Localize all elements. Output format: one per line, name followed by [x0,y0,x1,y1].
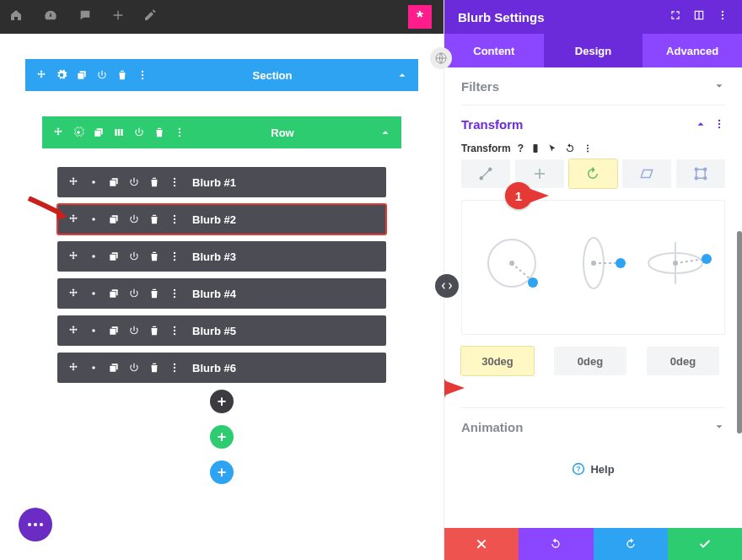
move-icon[interactable] [67,288,79,299]
trash-icon[interactable] [148,325,160,337]
tab-content[interactable]: Content [444,34,544,67]
duplicate-icon[interactable] [108,176,120,188]
trash-icon[interactable] [148,213,160,225]
tab-design[interactable]: Design [544,34,643,67]
columns-icon[interactable] [113,127,125,138]
move-icon[interactable] [35,69,47,81]
scrollbar[interactable] [737,231,742,433]
power-icon[interactable] [128,288,140,299]
comment-icon[interactable] [78,8,93,25]
dots-icon[interactable] [169,288,180,299]
dots-icon[interactable] [169,176,180,188]
add-row-button[interactable]: + [210,425,234,449]
help-glyph[interactable]: ? [518,143,524,154]
gear-icon[interactable] [88,176,99,188]
duplicate-icon[interactable] [76,69,88,81]
collapse-icon[interactable] [396,69,408,81]
pencil-icon[interactable] [143,8,157,25]
gear-icon[interactable] [88,325,99,337]
rotate-y-input[interactable] [554,347,626,375]
dots-icon[interactable] [174,127,186,138]
home-icon[interactable] [8,8,24,25]
power-icon[interactable] [96,69,108,81]
dots-icon[interactable] [713,118,725,130]
move-icon[interactable] [67,213,79,225]
section-toolbar[interactable]: Section [25,59,418,91]
duplicate-icon[interactable] [108,250,120,262]
plus-icon[interactable] [111,8,125,25]
collapse-icon[interactable] [379,127,391,138]
gear-icon[interactable] [56,69,67,81]
trash-icon[interactable] [153,127,165,138]
dots-icon[interactable] [169,213,180,225]
duplicate-icon[interactable] [93,127,105,138]
phone-icon[interactable] [530,143,540,154]
duplicate-icon[interactable] [108,325,120,337]
save-button[interactable] [668,528,742,560]
filters-section[interactable]: Filters [461,67,725,105]
rotate-x-input[interactable] [647,347,719,375]
gear-icon[interactable] [88,288,99,299]
gear-icon[interactable] [88,362,99,374]
trash-icon[interactable] [148,250,160,262]
move-icon[interactable] [67,176,79,188]
add-section-button[interactable]: + [210,460,234,484]
animation-section[interactable]: Animation [461,408,725,445]
power-icon[interactable] [128,176,140,188]
help-link[interactable]: ? Help [461,445,725,493]
dots-icon[interactable] [169,325,180,337]
cancel-button[interactable] [444,528,519,560]
move-icon[interactable] [52,127,64,138]
globe-icon[interactable] [430,47,452,69]
skew-option[interactable] [622,159,671,188]
trash-icon[interactable] [148,176,160,188]
rotate-z-control[interactable] [474,217,550,318]
power-icon[interactable] [128,362,140,374]
rotate-option[interactable] [569,159,618,188]
trash-icon[interactable] [116,69,128,81]
module-item[interactable]: Blurb #2 [57,204,386,234]
duplicate-icon[interactable] [108,288,120,299]
expand-icon[interactable] [669,9,681,24]
dots-icon[interactable] [137,69,148,81]
rotate-x-control[interactable] [637,217,713,318]
module-item[interactable]: Blurb #1 [57,167,386,197]
add-module-button[interactable]: + [210,390,234,413]
rotate-y-control[interactable] [556,217,632,318]
module-item[interactable]: Blurb #6 [57,353,386,383]
dots-icon[interactable] [169,362,180,374]
module-item[interactable]: Blurb #3 [57,241,386,272]
move-icon[interactable] [67,362,79,374]
undo-button[interactable] [519,528,593,560]
origin-option[interactable] [676,159,725,188]
panel-resize-handle[interactable] [435,274,459,298]
redo-button[interactable] [594,528,668,560]
power-icon[interactable] [133,127,145,138]
rotate-z-input[interactable] [461,347,534,375]
duplicate-icon[interactable] [108,213,120,225]
dots-icon[interactable] [169,250,180,262]
module-item[interactable]: Blurb #4 [57,278,386,309]
power-icon[interactable] [128,213,140,225]
row-toolbar[interactable]: Row [42,116,401,148]
dots-icon[interactable] [583,143,593,154]
more-icon[interactable] [717,9,729,24]
power-icon[interactable] [128,325,140,337]
duplicate-icon[interactable] [108,362,120,374]
gear-icon[interactable] [88,213,99,225]
move-icon[interactable] [67,325,79,337]
fab-menu-button[interactable] [19,508,52,541]
gear-icon[interactable] [88,250,99,262]
gear-icon[interactable] [73,127,84,138]
wildcard-badge[interactable]: * [408,5,432,29]
module-item[interactable]: Blurb #5 [57,315,386,346]
snap-icon[interactable] [693,9,705,24]
power-icon[interactable] [128,250,140,262]
trash-icon[interactable] [148,288,160,299]
scale-option[interactable] [461,159,510,188]
gauge-icon[interactable] [42,8,59,25]
trash-icon[interactable] [148,362,160,374]
move-icon[interactable] [67,250,79,262]
tab-advanced[interactable]: Advanced [643,34,742,67]
cursor-icon[interactable] [547,143,557,154]
